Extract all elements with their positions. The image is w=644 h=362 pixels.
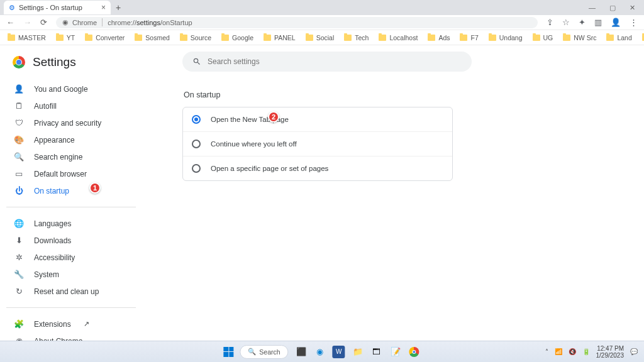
tab-title: Settings - On startup [19, 4, 82, 11]
minimize-icon[interactable]: — [589, 4, 596, 12]
tab-strip: ⚙ Settings - On startup × + — ▢ ✕ [0, 0, 644, 15]
share-icon[interactable]: ⇪ [547, 18, 553, 27]
search-settings-box[interactable] [182, 52, 472, 72]
bookmark-folder[interactable]: PANEL [264, 34, 296, 41]
wrench-icon: 🔧 [14, 270, 24, 279]
annotation-badge-1: 1 [89, 182, 101, 194]
radio-icon [192, 115, 201, 124]
edge-icon[interactable]: ◉ [314, 346, 326, 358]
sidebar-item-reset-and-clean-up[interactable]: ↻Reset and clean up [0, 283, 145, 300]
profile-icon[interactable]: 👤 [611, 18, 621, 27]
wifi-icon[interactable]: 📶 [555, 348, 562, 355]
startup-radio-2[interactable]: Open a specific page or set of pages [183, 156, 452, 180]
bookmark-folder[interactable]: Social [306, 34, 335, 41]
browser-toolbar: ← → ⟳ ◉Chrome chrome://settings/onStartu… [0, 15, 644, 30]
person-icon: 👤 [14, 84, 24, 94]
autofill-icon: 🗒 [14, 101, 24, 111]
maximize-icon[interactable]: ▢ [609, 4, 616, 12]
site-info-icon: ◉ [62, 18, 69, 26]
bookmark-star-icon[interactable]: ☆ [562, 18, 570, 27]
bookmark-folder[interactable]: YT [56, 34, 75, 41]
bookmark-folder[interactable]: Land [606, 34, 631, 41]
bookmark-folder[interactable]: Ads [428, 34, 450, 41]
bookmarks-bar: MASTERYTConverterSosmedSourceGooglePANEL… [0, 30, 644, 45]
chrome-logo-icon [13, 56, 25, 69]
bookmark-folder[interactable]: Undang [489, 34, 523, 41]
bookmark-folder[interactable]: Tech [344, 34, 369, 41]
notes-icon[interactable]: 📝 [389, 346, 402, 358]
new-tab-button[interactable]: + [116, 3, 121, 13]
bookmark-folder[interactable]: F7 [460, 34, 478, 41]
gear-icon: ⚙ [9, 4, 15, 12]
browser-icon: ▭ [14, 169, 24, 178]
bookmark-folder[interactable]: Converter [85, 34, 125, 41]
window-controls: — ▢ ✕ [589, 4, 644, 12]
folder-icon [606, 35, 614, 41]
bookmark-folder[interactable]: Google [221, 34, 253, 41]
sidebar-item-privacy-and-security[interactable]: 🛡Privacy and security [0, 114, 145, 131]
startup-options-card: Open the New Tab page2Continue where you… [182, 107, 453, 181]
back-icon[interactable]: ← [6, 18, 14, 27]
taskbar-search[interactable]: 🔍 Search [240, 345, 288, 359]
search-icon: 🔍 [14, 152, 24, 162]
volume-icon[interactable]: 🔇 [569, 348, 576, 355]
tray-chevron-icon[interactable]: ˄ [545, 348, 548, 355]
clock[interactable]: 12:47 PM 1/29/2023 [596, 345, 625, 359]
sidebar-item-you-and-google[interactable]: 👤You and Google [0, 80, 145, 97]
start-button[interactable] [223, 347, 233, 357]
chrome-taskbar-icon[interactable] [408, 346, 421, 358]
folder-icon [56, 35, 64, 41]
folder-icon [306, 35, 313, 41]
folder-icon [533, 35, 540, 41]
bookmark-folder[interactable]: Source [180, 34, 211, 41]
search-settings-input[interactable] [208, 57, 462, 66]
close-tab-icon[interactable]: × [101, 3, 106, 12]
bookmark-folder[interactable]: MASTER [8, 34, 46, 41]
windows-taskbar: 🔍 Search ⬛ ◉ W 📁 🗔 📝 ˄ 📶 🔇 🔋 12:47 PM 1/… [0, 341, 644, 362]
notifications-icon[interactable]: 💬 [630, 348, 638, 355]
sidepanel-icon[interactable]: ▥ [594, 18, 602, 27]
folder-icon [379, 35, 386, 41]
power-icon: ⏻ [14, 186, 24, 195]
sidebar-item-on-startup[interactable]: ⏻On startup1 [0, 182, 145, 199]
folder-icon [489, 35, 496, 41]
settings-sidebar: Settings 👤You and Google🗒Autofill🛡Privac… [0, 45, 145, 341]
folder-icon [180, 35, 187, 41]
explorer-icon[interactable]: 📁 [352, 346, 364, 358]
close-window-icon[interactable]: ✕ [630, 4, 635, 12]
bookmark-folder[interactable]: NW Src [563, 34, 596, 41]
sidebar-item-extensions[interactable]: 🧩Extensions↗ [0, 315, 145, 332]
annotation-badge-2: 2 [268, 111, 279, 123]
taskview-icon[interactable]: ⬛ [295, 346, 308, 358]
sidebar-item-search-engine[interactable]: 🔍Search engine [0, 148, 145, 165]
extensions-icon[interactable]: ✦ [579, 18, 586, 27]
folder-icon [264, 35, 271, 41]
sidebar-item-system[interactable]: 🔧System [0, 266, 145, 283]
sidebar-item-autofill[interactable]: 🗒Autofill [0, 97, 145, 114]
settings-heading: Settings [33, 55, 76, 69]
settings-main: On startup Open the New Tab page2Continu… [145, 45, 644, 341]
browser-tab[interactable]: ⚙ Settings - On startup × [4, 1, 111, 14]
startup-radio-0[interactable]: Open the New Tab page2 [183, 107, 452, 132]
reload-icon[interactable]: ⟳ [40, 18, 47, 27]
bookmark-folder[interactable]: Sosmed [135, 34, 170, 41]
accessibility-icon: ✲ [14, 253, 24, 262]
bookmark-folder[interactable]: Localhost [379, 34, 418, 41]
sidebar-item-languages[interactable]: 🌐Languages [0, 215, 145, 232]
word-icon[interactable]: W [333, 346, 345, 358]
address-bar[interactable]: ◉Chrome chrome://settings/onStartup [56, 17, 538, 28]
app-icon[interactable]: 🗔 [370, 346, 383, 358]
bookmark-folder[interactable]: UG [533, 34, 553, 41]
sidebar-item-default-browser[interactable]: ▭Default browser [0, 165, 145, 182]
sidebar-item-appearance[interactable]: 🎨Appearance [0, 131, 145, 148]
folder-icon [85, 35, 92, 41]
download-icon: ⬇ [14, 236, 24, 245]
startup-radio-1[interactable]: Continue where you left off [183, 132, 452, 156]
sidebar-item-accessibility[interactable]: ✲Accessibility [0, 249, 145, 266]
shield-icon: 🛡 [14, 118, 24, 128]
forward-icon[interactable]: → [23, 18, 31, 27]
folder-icon [344, 35, 352, 41]
sidebar-item-downloads[interactable]: ⬇Downloads [0, 232, 145, 249]
menu-icon[interactable]: ⋮ [630, 18, 638, 27]
battery-icon[interactable]: 🔋 [582, 348, 590, 355]
